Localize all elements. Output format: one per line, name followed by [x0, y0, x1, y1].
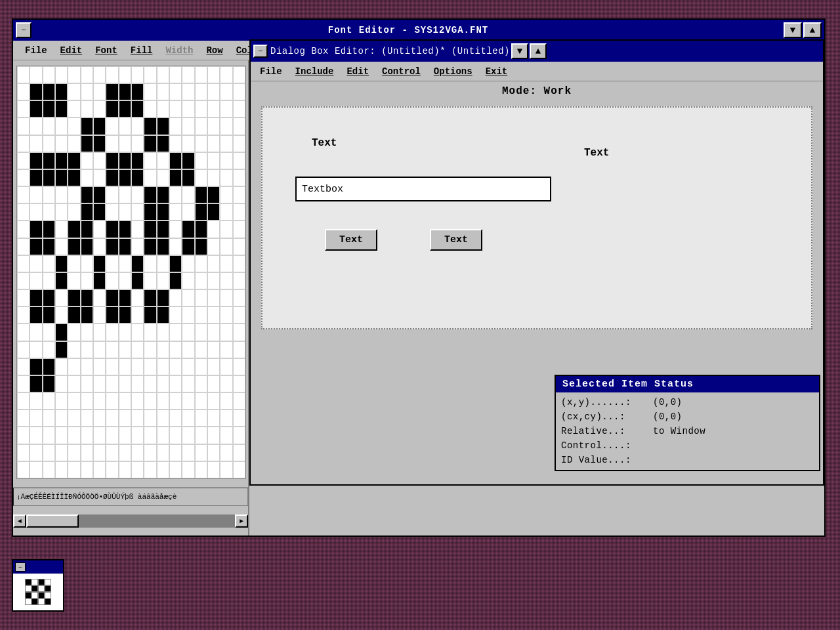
pixel-cell-3-9[interactable] — [131, 117, 144, 135]
pixel-cell-19-8[interactable] — [119, 392, 131, 410]
pixel-cell-6-12[interactable] — [169, 169, 182, 186]
pixel-cell-10-7[interactable] — [106, 238, 118, 255]
pixel-cell-8-3[interactable] — [55, 203, 68, 220]
pixel-cell-4-7[interactable] — [106, 135, 118, 152]
pixel-cell-5-14[interactable] — [195, 152, 207, 169]
pixel-cell-12-0[interactable] — [17, 272, 30, 289]
pixel-cell-1-9[interactable] — [131, 83, 144, 100]
font-editor-up-button[interactable]: ▲ — [803, 22, 822, 38]
pixel-cell-9-4[interactable] — [68, 220, 80, 238]
scroll-thumb[interactable] — [26, 514, 79, 528]
menu-edit[interactable]: Edit — [54, 44, 89, 57]
pixel-cell-20-4[interactable] — [68, 410, 80, 427]
pixel-cell-5-8[interactable] — [119, 152, 131, 169]
pixel-cell-18-2[interactable] — [43, 375, 55, 392]
pixel-cell-14-5[interactable] — [81, 306, 93, 324]
pixel-cell-11-0[interactable] — [17, 255, 30, 272]
pixel-cell-7-1[interactable] — [30, 186, 42, 203]
pixel-cell-2-8[interactable] — [119, 100, 131, 117]
pixel-cell-12-2[interactable] — [43, 272, 55, 289]
pixel-cell-2-11[interactable] — [157, 100, 169, 117]
pixel-cell-14-14[interactable] — [195, 306, 207, 324]
pixel-cell-1-14[interactable] — [195, 83, 207, 100]
pixel-cell-17-4[interactable] — [68, 358, 80, 375]
pixel-cell-23-16[interactable] — [220, 461, 232, 478]
pixel-cell-3-7[interactable] — [106, 117, 118, 135]
pixel-cell-10-8[interactable] — [119, 238, 131, 255]
scroll-left-button[interactable]: ◄ — [13, 514, 26, 528]
pixel-cell-2-5[interactable] — [81, 100, 93, 117]
pixel-cell-4-13[interactable] — [182, 135, 194, 152]
pixel-cell-2-13[interactable] — [182, 100, 194, 117]
pixel-cell-19-3[interactable] — [55, 392, 68, 410]
pixel-cell-4-9[interactable] — [131, 135, 144, 152]
pixel-cell-17-10[interactable] — [144, 358, 156, 375]
pixel-cell-8-6[interactable] — [93, 203, 106, 220]
pixel-cell-3-13[interactable] — [182, 117, 194, 135]
dialog-menu-exit[interactable]: Exit — [479, 65, 514, 78]
canvas-textbox[interactable]: Textbox — [295, 177, 551, 201]
pixel-cell-11-17[interactable] — [233, 255, 245, 272]
canvas-button2[interactable]: Text — [430, 229, 482, 251]
pixel-cell-12-16[interactable] — [220, 272, 232, 289]
pixel-cell-20-8[interactable] — [119, 410, 131, 427]
pixel-cell-20-2[interactable] — [43, 410, 55, 427]
pixel-cell-17-1[interactable] — [30, 358, 42, 375]
pixel-cell-8-0[interactable] — [17, 203, 30, 220]
pixel-cell-23-10[interactable] — [144, 461, 156, 478]
pixel-cell-4-0[interactable] — [17, 135, 30, 152]
pixel-cell-15-2[interactable] — [43, 324, 55, 341]
pixel-cell-5-5[interactable] — [81, 152, 93, 169]
pixel-cell-1-1[interactable] — [30, 83, 42, 100]
pixel-cell-1-16[interactable] — [220, 83, 232, 100]
pixel-cell-18-10[interactable] — [144, 375, 156, 392]
dialog-down-button[interactable]: ▼ — [511, 43, 528, 59]
pixel-cell-10-6[interactable] — [93, 238, 106, 255]
pixel-cell-7-17[interactable] — [233, 186, 245, 203]
pixel-cell-21-15[interactable] — [207, 427, 220, 444]
pixel-cell-23-14[interactable] — [195, 461, 207, 478]
pixel-cell-18-1[interactable] — [30, 375, 42, 392]
pixel-cell-14-17[interactable] — [233, 306, 245, 324]
pixel-cell-11-8[interactable] — [119, 255, 131, 272]
pixel-cell-8-4[interactable] — [68, 203, 80, 220]
pixel-cell-11-6[interactable] — [93, 255, 106, 272]
pixel-cell-10-10[interactable] — [144, 238, 156, 255]
pixel-cell-19-7[interactable] — [106, 392, 118, 410]
pixel-cell-14-12[interactable] — [169, 306, 182, 324]
pixel-cell-3-12[interactable] — [169, 117, 182, 135]
pixel-cell-0-3[interactable] — [55, 66, 68, 83]
pixel-cell-10-16[interactable] — [220, 238, 232, 255]
pixel-cell-23-9[interactable] — [131, 461, 144, 478]
pixel-cell-17-13[interactable] — [182, 358, 194, 375]
pixel-cell-7-16[interactable] — [220, 186, 232, 203]
pixel-cell-9-1[interactable] — [30, 220, 42, 238]
pixel-cell-17-16[interactable] — [220, 358, 232, 375]
pixel-cell-11-5[interactable] — [81, 255, 93, 272]
pixel-cell-20-9[interactable] — [131, 410, 144, 427]
pixel-cell-9-12[interactable] — [169, 220, 182, 238]
pixel-cell-20-13[interactable] — [182, 410, 194, 427]
pixel-cell-0-4[interactable] — [68, 66, 80, 83]
pixel-cell-13-6[interactable] — [93, 289, 106, 306]
pixel-cell-18-0[interactable] — [17, 375, 30, 392]
pixel-cell-15-1[interactable] — [30, 324, 42, 341]
pixel-cell-10-11[interactable] — [157, 238, 169, 255]
pixel-cell-14-0[interactable] — [17, 306, 30, 324]
pixel-cell-19-12[interactable] — [169, 392, 182, 410]
pixel-cell-5-2[interactable] — [43, 152, 55, 169]
pixel-cell-21-5[interactable] — [81, 427, 93, 444]
pixel-cell-1-3[interactable] — [55, 83, 68, 100]
pixel-cell-23-6[interactable] — [93, 461, 106, 478]
pixel-cell-22-11[interactable] — [157, 444, 169, 461]
pixel-cell-15-10[interactable] — [144, 324, 156, 341]
pixel-cell-11-4[interactable] — [68, 255, 80, 272]
pixel-cell-19-10[interactable] — [144, 392, 156, 410]
pixel-cell-13-1[interactable] — [30, 289, 42, 306]
pixel-cell-5-17[interactable] — [233, 152, 245, 169]
pixel-cell-13-8[interactable] — [119, 289, 131, 306]
pixel-cell-7-13[interactable] — [182, 186, 194, 203]
pixel-cell-5-15[interactable] — [207, 152, 220, 169]
pixel-cell-9-15[interactable] — [207, 220, 220, 238]
pixel-cell-10-1[interactable] — [30, 238, 42, 255]
